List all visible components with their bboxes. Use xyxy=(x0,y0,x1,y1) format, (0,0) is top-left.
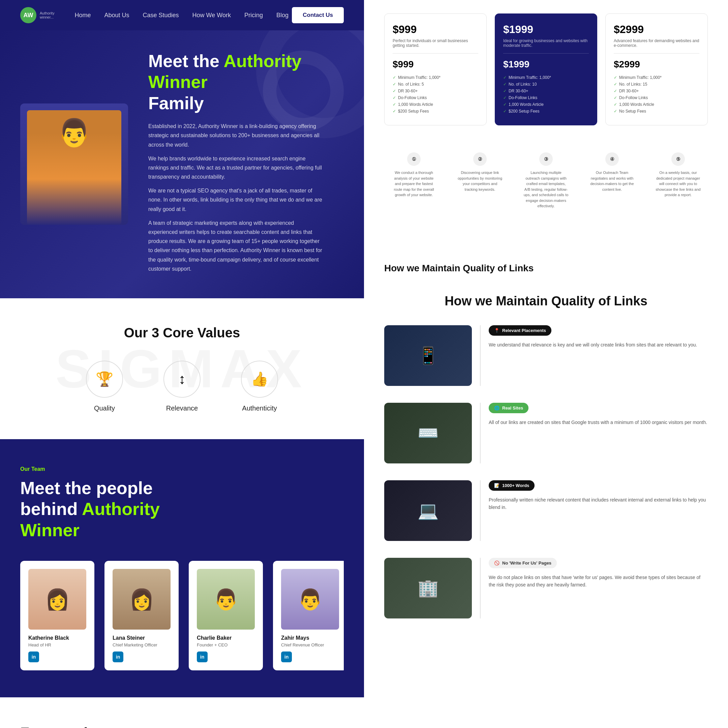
right-panel: $999 Perfect for individuals or small bu… xyxy=(364,0,728,728)
team-role-0: Head of HR xyxy=(28,642,86,647)
hero-person-image xyxy=(27,110,121,225)
quality-badge-0: 📍Relevant Placements xyxy=(489,325,551,336)
price-feature-00: ✓Minimum Traffic: 1,000* xyxy=(393,75,478,80)
step-desc-1: Discovering unique link opportunities by… xyxy=(457,170,503,192)
team-role-2: Founder + CEO xyxy=(197,642,255,647)
quality-label: Quality xyxy=(94,404,115,412)
hero-description: Established in 2022, Authority Winner is… xyxy=(148,122,324,273)
team-name-0: Katherine Black xyxy=(28,635,86,641)
hero-circle2-decoration xyxy=(263,50,344,132)
authenticity-icon: 👍 xyxy=(241,361,278,398)
work-step-3: ④ Our Outreach Team negotiates and works… xyxy=(583,145,642,216)
authenticity-label: Authenticity xyxy=(242,404,277,412)
team-photo-3: 👨 xyxy=(281,569,339,630)
navbar: AW Authority winner... Home About Us Cas… xyxy=(0,0,364,30)
price-main-0: $999 xyxy=(393,59,478,70)
step-desc-3: Our Outreach Team negotiates and works w… xyxy=(589,170,635,192)
team-name-3: Zahir Mays xyxy=(281,635,339,641)
step-desc-2: Launching multiple outreach campaigns wi… xyxy=(523,170,569,209)
price-feature-05: ✓$200 Setup Fees xyxy=(393,109,478,113)
team-card-2: 👨 Charlie Baker Founder + CEO in xyxy=(189,561,263,670)
timeline-line-2 xyxy=(480,480,480,541)
price-feature-01: ✓No. of Links: 5 xyxy=(393,82,478,87)
value-authenticity: 👍 Authenticity xyxy=(241,361,278,412)
core-values-section: SIGMAX Our 3 Core Values 🏆 Quality ↕ Rel… xyxy=(0,298,364,439)
faq-left: Frequently asked questions xyxy=(20,724,128,728)
quality-item-0: 📱 📍Relevant Placements We understand tha… xyxy=(384,325,708,386)
quality-section-full: How we Maintain Quality of Links 📱 📍Rele… xyxy=(364,280,728,649)
team-label: Our Team xyxy=(20,466,344,472)
price-main-2: $2999 xyxy=(614,59,699,70)
team-title: Meet the peoplebehind AuthorityWinner xyxy=(20,477,344,541)
quality-title: How we Maintain Quality of Links xyxy=(384,294,708,308)
nav-links: Home About Us Case Studies How We Work P… xyxy=(75,12,292,19)
quality-desc-0: We understand that relevance is key and … xyxy=(489,341,708,349)
faq-item-0: What is link building? − Link building i… xyxy=(155,724,344,728)
price-tag-0: $999 xyxy=(393,23,478,36)
price-feature-21: ✓No. of Links: 15 xyxy=(614,82,699,87)
team-photo-1: 👩 xyxy=(113,569,171,630)
nav-home[interactable]: Home xyxy=(75,12,91,19)
quality-content-2: 📝1000+ Words Professionally written nich… xyxy=(489,480,708,511)
timeline-line-0 xyxy=(480,325,480,386)
value-quality: 🏆 Quality xyxy=(86,361,123,412)
contact-us-button[interactable]: Contact Us xyxy=(292,7,344,23)
timeline-line-1 xyxy=(480,403,480,463)
work-step-0: ① We conduct a thorough analysis of your… xyxy=(384,145,444,216)
team-card-1: 👩 Lana Steiner Chief Marketing Officer i… xyxy=(104,561,179,670)
quality-content-3: 🚫No 'Write For Us' Pages We do not place… xyxy=(489,558,708,589)
quality-section-partial: How we Maintain Quality of Links xyxy=(364,249,728,274)
price-feature-20: ✓Minimum Traffic: 1,000* xyxy=(614,75,699,80)
team-role-1: Chief Marketing Officer xyxy=(113,642,171,647)
price-feature-11: ✓No. of Links: 10 xyxy=(503,82,589,87)
value-relevance: ↕ Relevance xyxy=(164,361,200,412)
price-feature-24: ✓1,000 Words Article xyxy=(614,102,699,107)
quality-img-1: ⌨️ xyxy=(384,403,472,463)
price-tag-2: $2999 xyxy=(614,23,699,36)
quality-icon: 🏆 xyxy=(86,361,123,398)
linkedin-0[interactable]: in xyxy=(28,652,39,662)
quality-badge-1: 🌐Real Sites xyxy=(489,403,528,413)
price-desc-0: Perfect for individuals or small busines… xyxy=(393,38,478,48)
team-role-3: Chief Revenue Officer xyxy=(281,642,339,647)
team-photo-2: 👨 xyxy=(197,569,255,630)
linkedin-2[interactable]: in xyxy=(197,652,208,662)
quality-img-3: 🏢 xyxy=(384,558,472,618)
quality-content-1: 🌐Real Sites All of our links are created… xyxy=(489,403,708,426)
work-step-4: ⑤ On a weekly basis, our dedicated proje… xyxy=(648,145,708,216)
faq-content: What is link building? − Link building i… xyxy=(155,724,344,728)
quality-item-2: 💻 📝1000+ Words Professionally written ni… xyxy=(384,480,708,541)
price-feature-04: ✓1,000 Words Article xyxy=(393,102,478,107)
price-card-0: $999 Perfect for individuals or small bu… xyxy=(384,14,487,125)
price-feature-10: ✓Minimum Traffic: 1,000* xyxy=(503,75,589,80)
linkedin-1[interactable]: in xyxy=(113,652,123,662)
team-card-0: 👩 Katherine Black Head of HR in xyxy=(20,561,94,670)
quality-img-0: 📱 xyxy=(384,325,472,386)
quality-title-partial: How we Maintain Quality of Links xyxy=(384,263,708,274)
nav-pricing[interactable]: Pricing xyxy=(244,12,263,19)
faq-title: Frequently asked questions xyxy=(20,724,128,728)
linkedin-3[interactable]: in xyxy=(281,652,292,662)
nav-blog[interactable]: Blog xyxy=(276,12,289,19)
nav-case-studies[interactable]: Case Studies xyxy=(142,12,179,19)
logo-text: Authority winner... xyxy=(40,11,54,19)
team-cards: 👩 Katherine Black Head of HR in 👩 Lana S… xyxy=(20,561,344,670)
core-values-title: Our 3 Core Values xyxy=(20,325,344,340)
price-feature-12: ✓DR 30-60+ xyxy=(503,89,589,93)
nav-how-we-work[interactable]: How We Work xyxy=(193,12,231,19)
hero-section: Meet the Authority Winner Family Establi… xyxy=(0,30,364,298)
nav-about[interactable]: About Us xyxy=(104,12,129,19)
quality-badge-3: 🚫No 'Write For Us' Pages xyxy=(489,558,557,568)
timeline-line-3 xyxy=(480,558,480,618)
team-card-3: 👨 Zahir Mays Chief Revenue Officer in xyxy=(273,561,344,670)
work-step-2: ③ Launching multiple outreach campaigns … xyxy=(516,145,576,216)
price-desc-2: Advanced features for demanding websites… xyxy=(614,38,699,48)
quality-item-1: ⌨️ 🌐Real Sites All of our links are crea… xyxy=(384,403,708,463)
quality-img-2: 💻 xyxy=(384,480,472,541)
quality-item-3: 🏢 🚫No 'Write For Us' Pages We do not pla… xyxy=(384,558,708,618)
team-name-1: Lana Steiner xyxy=(113,635,171,641)
how-work-steps: ① We conduct a thorough analysis of your… xyxy=(384,145,708,216)
quality-badge-2: 📝1000+ Words xyxy=(489,480,535,491)
price-feature-25: ✓No Setup Fees xyxy=(614,109,699,113)
logo[interactable]: AW Authority winner... xyxy=(20,7,54,23)
